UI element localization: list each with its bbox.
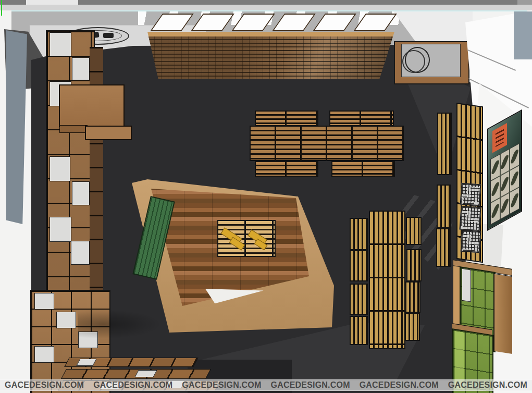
poster-print [491,199,500,224]
cabinet-white-door [462,268,471,302]
shelf-box-white [50,156,70,181]
poster-orange-seal [492,123,507,153]
slatted-stool [406,217,422,245]
mesh-basket [461,230,481,253]
slatted-stool [405,281,420,313]
poster-seal-marks [496,129,504,147]
slatted-bench [255,161,318,177]
slatted-table-vertical [369,211,405,349]
slatted-bench [329,110,394,126]
shelf-floor-shadow [78,310,162,339]
display-box-white [134,370,157,377]
watermark-text: GACEDESIGN.COM [177,380,266,390]
screen-lattice [147,36,394,79]
shelf-box-white [50,32,71,56]
axis-line-green [1,0,2,16]
wood-desk-lip [59,125,88,133]
top-outer-bar [0,0,532,5]
slatted-stool [437,113,452,175]
poster-print-grid [490,143,519,225]
platform-reading-table [217,220,276,257]
slatted-wood-screen [147,30,394,79]
shelf-box-white [56,312,76,328]
left-blue-gray-wall [6,30,27,224]
table-seat-right [103,33,114,38]
slatted-table-large [250,126,404,161]
slatted-stool [350,250,368,281]
watermark-text: GACEDESIGN.COM [443,380,532,390]
shelf-box-white [72,181,90,205]
slatted-stool [350,284,368,315]
slatted-stool [406,249,422,281]
poster-print [501,193,510,219]
watermark-text: GACEDESIGN.COM [89,380,177,390]
slatted-stool [350,316,368,345]
slatted-bench [255,110,318,126]
appliance-drum-circle-2 [402,50,425,73]
mesh-basket [460,183,481,206]
wood-desk-return [85,126,132,140]
shelf-box-white [34,346,54,363]
slatted-bench [331,161,395,177]
watermark-text: GACEDESIGN.COM [355,380,443,390]
shelf-box-white [72,57,90,80]
watermark-bar: GACEDESIGN.COM GACEDESIGN.COM GACEDESIGN… [0,379,532,391]
wall-poster [487,109,522,231]
top-outer-bar-light-segment [26,0,78,5]
shelf-box-white [71,241,90,265]
cabinet-wood-side [493,273,512,354]
slatted-stool [436,228,451,267]
watermark-text: GACEDESIGN.COM [266,380,355,390]
wood-desk [59,84,125,127]
watermark-text: GACEDESIGN.COM [0,380,89,390]
shelf-box-white [50,217,71,242]
top-outer-band [0,5,532,10]
slatted-stool [350,218,368,250]
render-canvas: GACEDESIGN.COM GACEDESIGN.COM GACEDESIGN… [0,0,532,393]
slatted-stool [405,313,420,341]
slatted-stool [437,185,451,228]
poster-print [510,188,519,213]
mesh-basket [459,206,481,231]
shelf-box-white [34,293,54,310]
entrance-blue-panel [514,11,532,59]
